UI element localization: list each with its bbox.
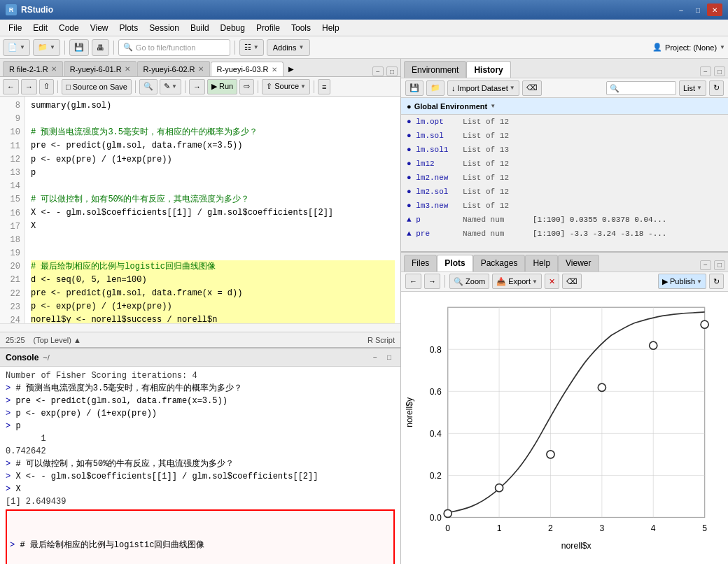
- env-list: ● lm.opt List of 12 ● lm.sol List of 12 …: [401, 115, 728, 251]
- forward-button[interactable]: →: [21, 79, 37, 94]
- delete-plot-button[interactable]: ✕: [545, 274, 559, 289]
- code-line: summary(glm.sol): [31, 99, 395, 113]
- code-line: p <- exp(pre) / (1+exp(pre)): [31, 153, 395, 167]
- grid-button[interactable]: ☷ ▼: [239, 39, 264, 56]
- horizontal-scrollbar[interactable]: [0, 323, 400, 332]
- more-button[interactable]: ≡: [318, 79, 330, 94]
- plots-maximize-button[interactable]: □: [714, 260, 725, 270]
- tab-rfile-2-1[interactable]: R file-2-1.R ✕: [3, 61, 63, 76]
- tab-overflow-button[interactable]: ▶: [284, 61, 298, 76]
- menu-build[interactable]: Build: [185, 22, 215, 34]
- back-button[interactable]: ←: [3, 79, 19, 94]
- tab-close-icon[interactable]: ✕: [51, 65, 57, 73]
- compile-button[interactable]: →: [189, 79, 205, 94]
- tab-close-icon[interactable]: ✕: [125, 65, 130, 73]
- tab-help[interactable]: Help: [525, 255, 558, 272]
- close-button[interactable]: ✕: [707, 3, 722, 16]
- env-search-input[interactable]: [606, 81, 676, 95]
- save-env-button[interactable]: 💾: [405, 80, 424, 96]
- console-maximize-button[interactable]: □: [384, 352, 395, 363]
- menu-view[interactable]: View: [85, 22, 114, 34]
- open-file-button[interactable]: 📁 ▼: [33, 39, 60, 56]
- toolbar-sep-2: [113, 41, 114, 55]
- menu-debug[interactable]: Debug: [215, 22, 251, 34]
- list-item: ● lm2.sol List of 12: [401, 185, 728, 199]
- scroll-up-button[interactable]: ⇧: [39, 79, 54, 94]
- source-on-save-button[interactable]: □ Source on Save: [62, 79, 132, 94]
- svg-text:norell$x: norell$x: [561, 541, 592, 551]
- editor-minimize-button[interactable]: −: [372, 66, 384, 76]
- plots-refresh-button[interactable]: ↻: [709, 274, 724, 289]
- zoom-button[interactable]: 🔍 Zoom: [449, 274, 489, 289]
- svg-text:0.2: 0.2: [430, 471, 442, 481]
- tab-packages[interactable]: Packages: [473, 255, 526, 272]
- menu-tools[interactable]: Tools: [286, 22, 316, 34]
- svg-text:norell$y: norell$y: [405, 397, 414, 428]
- console-content[interactable]: Number of Fisher Scoring iterations: 4 >…: [0, 367, 400, 564]
- new-file-button[interactable]: 📄 ▼: [3, 39, 30, 56]
- maximize-button[interactable]: □: [690, 3, 706, 16]
- console-title: Console: [6, 353, 38, 362]
- export-button[interactable]: 📥 Export ▼: [492, 274, 542, 289]
- project-label: Project: (None): [665, 43, 717, 52]
- tab-files[interactable]: Files: [404, 255, 437, 272]
- tab-ryueyi-601[interactable]: R-yueyi-6-01.R ✕: [64, 61, 136, 76]
- svg-text:0.0: 0.0: [430, 513, 442, 523]
- menu-session[interactable]: Session: [144, 22, 185, 34]
- menu-file[interactable]: File: [3, 22, 27, 34]
- svg-point-14: [496, 484, 503, 491]
- menu-profile[interactable]: Profile: [251, 22, 286, 34]
- env-maximize-button[interactable]: □: [714, 66, 725, 76]
- save-button[interactable]: 💾: [69, 39, 89, 56]
- env-minimize-button[interactable]: −: [700, 66, 711, 76]
- window-controls: – □ ✕: [673, 3, 722, 16]
- tab-ryueyi-603[interactable]: R-yueyi-6-03.R ✕: [211, 62, 284, 77]
- tab-close-icon[interactable]: ✕: [198, 65, 204, 73]
- addins-button[interactable]: Addins ▼: [267, 39, 311, 56]
- tab-environment[interactable]: Environment: [404, 61, 466, 78]
- run-next-button[interactable]: ⇨: [239, 79, 254, 94]
- tab-close-icon[interactable]: ✕: [272, 66, 277, 73]
- plots-back-button[interactable]: ←: [405, 274, 421, 289]
- code-tools-button[interactable]: ✎ ▼: [160, 79, 181, 94]
- list-view-button[interactable]: List ▼: [679, 80, 706, 96]
- plot-svg: 0 1 2 3 4 5 0.0 0.2 0.4 0.6 0.8 norell$y: [401, 292, 728, 564]
- console-minimize-button[interactable]: −: [370, 352, 381, 363]
- goto-search[interactable]: 🔍 Go to file/function: [118, 39, 230, 56]
- publish-button[interactable]: ▶ Publish ▼: [658, 274, 706, 289]
- tab-history[interactable]: History: [466, 61, 510, 78]
- source-arrow-button[interactable]: ⇧ Source ▼: [262, 79, 310, 94]
- main-toolbar: 📄 ▼ 📁 ▼ 💾 🖶 🔍 Go to file/function ☷ ▼ Ad…: [0, 36, 728, 59]
- list-item: ● lm.sol List of 12: [401, 129, 728, 143]
- menu-help[interactable]: Help: [316, 22, 345, 34]
- console-line: [1] 2.649439: [6, 495, 395, 508]
- find-button[interactable]: 🔍: [139, 79, 158, 94]
- clear-env-button[interactable]: ⌫: [522, 80, 542, 96]
- console-line: > X: [6, 483, 395, 495]
- refresh-button[interactable]: ↻: [709, 80, 724, 96]
- menu-code[interactable]: Code: [53, 22, 85, 34]
- print-button[interactable]: 🖶: [92, 39, 109, 56]
- menu-plots[interactable]: Plots: [114, 22, 144, 34]
- list-item: ▲ p Named num [1:100] 0.0355 0.0378 0.04…: [401, 213, 728, 227]
- env-header-label: Global Environment: [414, 102, 488, 111]
- tab-viewer[interactable]: Viewer: [558, 255, 598, 272]
- clear-plots-button[interactable]: ⌫: [562, 274, 582, 289]
- import-dataset-button[interactable]: ↓ Import Dataset ▼: [447, 80, 519, 96]
- run-button[interactable]: ▶ Run: [207, 79, 237, 94]
- plots-forward-button[interactable]: →: [424, 274, 440, 289]
- load-env-button[interactable]: 📁: [426, 80, 444, 96]
- tab-ryueyi-602[interactable]: R-yueyi-6-02.R ✕: [137, 61, 210, 76]
- menu-edit[interactable]: Edit: [27, 22, 53, 34]
- top-level: (Top Level) ▲: [34, 336, 81, 344]
- code-content[interactable]: 89101112 1314151617 1819202122 23242526 …: [0, 97, 400, 323]
- plot-container: 0 1 2 3 4 5 0.0 0.2 0.4 0.6 0.8 norell$y: [401, 292, 728, 564]
- minimize-button[interactable]: –: [673, 3, 689, 16]
- code-lines[interactable]: summary(glm.sol) # 预测当电流强度为3.5毫安时，有相应的牛的…: [25, 97, 400, 323]
- tab-plots[interactable]: Plots: [437, 255, 472, 272]
- left-panel: R file-2-1.R ✕ R-yueyi-6-01.R ✕ R-yueyi-…: [0, 59, 401, 564]
- editor-maximize-button[interactable]: □: [386, 66, 398, 76]
- console-line: > p <- exp(pre) / (1+exp(pre)): [6, 407, 395, 420]
- plots-minimize-button[interactable]: −: [700, 260, 711, 270]
- app-title: RStudio: [21, 5, 53, 15]
